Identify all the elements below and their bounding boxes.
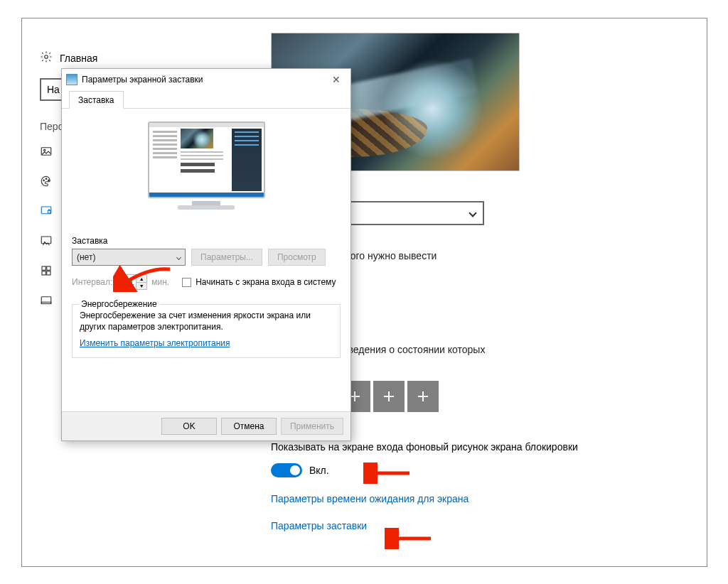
ok-button[interactable]: OK: [161, 418, 217, 435]
power-legend: Энергосбережение: [78, 299, 160, 309]
power-fieldset: Энергосбережение Энергосбережение за сче…: [72, 304, 341, 358]
dialog-title: Параметры экранной заставки: [82, 75, 326, 85]
dialog-button-row: OK Отмена Применить: [62, 411, 350, 440]
svg-rect-8: [41, 237, 51, 244]
resume-checkbox-label: Начинать с экрана входа в систему: [196, 277, 336, 287]
chevron-down-icon: [469, 209, 476, 217]
svg-point-3: [43, 180, 45, 181]
screensaver-settings-link[interactable]: Параметры заставки: [271, 520, 669, 531]
chevron-down-icon: [176, 254, 181, 259]
tile-add-3[interactable]: [407, 381, 439, 412]
svg-rect-11: [42, 271, 46, 275]
dialog-tabstrip: Заставка: [62, 90, 350, 109]
power-description: Энергосбережение за счет изменения яркос…: [80, 310, 333, 332]
svg-rect-12: [47, 271, 50, 275]
interval-unit: мин.: [151, 277, 169, 287]
lockscreen-icon: [40, 205, 53, 217]
start-icon: [40, 264, 53, 277]
dialog-app-icon: [66, 74, 77, 85]
resume-checkbox[interactable]: [182, 278, 191, 287]
screensaver-settings-button: Параметры...: [191, 249, 262, 266]
interval-label: Интервал:: [72, 277, 112, 287]
screensaver-combobox[interactable]: (нет): [72, 249, 186, 266]
combobox-value: (нет): [77, 252, 95, 262]
svg-point-5: [48, 180, 50, 181]
taskbar-icon: [40, 294, 53, 307]
screensaver-preview-button: Просмотр: [268, 249, 326, 266]
toggle-state-label: Вкл.: [309, 465, 329, 476]
gear-icon: [40, 50, 53, 65]
screensaver-dialog: Параметры экранной заставки ✕ Заставка: [61, 68, 351, 441]
palette-icon: [40, 175, 53, 188]
svg-point-4: [46, 178, 47, 180]
tile-add-2[interactable]: [373, 381, 405, 412]
close-icon[interactable]: ✕: [326, 74, 346, 85]
svg-rect-14: [41, 302, 51, 303]
svg-rect-9: [42, 266, 46, 270]
spin-down-icon[interactable]: ▼: [136, 282, 146, 289]
screen-timeout-link[interactable]: Параметры времени ожидания для экрана: [271, 493, 669, 504]
svg-rect-10: [47, 266, 50, 270]
apply-button: Применить: [281, 418, 343, 435]
screensaver-label: Заставка: [72, 236, 341, 246]
interval-spinner[interactable]: ▲ ▼: [117, 274, 147, 290]
show-lock-bg-toggle[interactable]: [271, 463, 302, 477]
svg-rect-7: [48, 210, 50, 213]
svg-point-0: [45, 55, 48, 59]
spin-up-icon[interactable]: ▲: [136, 275, 146, 282]
themes-icon: [40, 234, 53, 247]
dialog-titlebar[interactable]: Параметры экранной заставки ✕: [62, 69, 350, 90]
power-settings-link[interactable]: Изменить параметры электропитания: [80, 338, 230, 348]
svg-point-2: [44, 149, 46, 151]
monitor-preview: [148, 121, 265, 217]
interval-input[interactable]: [117, 277, 136, 287]
tab-screensaver[interactable]: Заставка: [69, 91, 124, 109]
cancel-button[interactable]: Отмена: [221, 418, 277, 435]
home-label[interactable]: Главная: [60, 53, 97, 64]
image-icon: [40, 145, 53, 158]
show-lock-bg-label: Показывать на экране входа фоновый рисун…: [271, 440, 669, 454]
svg-rect-13: [41, 297, 51, 304]
